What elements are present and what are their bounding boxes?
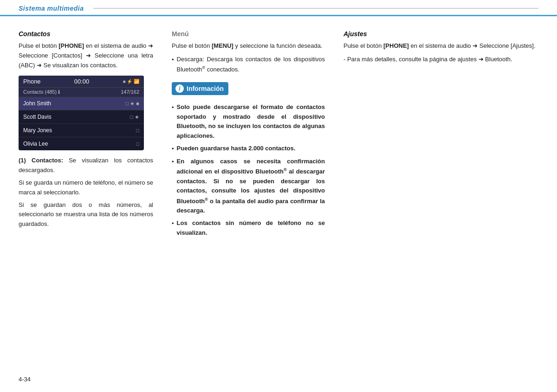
info-text-4: Los contactos sin número de teléfono no … — [177, 218, 325, 238]
phone-contacts-header: Contacts (485) ℹ 147/162 — [19, 87, 144, 96]
info-dot-3: • — [172, 157, 174, 216]
contact-name-2: Scott Davis — [23, 114, 52, 120]
header-divider — [93, 8, 539, 9]
info-text-3: En algunos casos se necesita confirmació… — [177, 157, 325, 216]
phone-contacts-count: 147/162 — [121, 89, 139, 95]
contactos-intro: Pulse el botón [PHONE] en el sistema de … — [19, 41, 153, 70]
note-2: Si se guarda un número de teléfono, el n… — [19, 178, 153, 198]
contactos-title: Contactos — [19, 30, 153, 38]
info-text-1: Solo puede descargarse el formato de con… — [177, 103, 325, 141]
ajustes-title: Ajustes — [343, 30, 538, 38]
menu-bullet-1: • Descarga: Descarga los contactos de lo… — [172, 55, 325, 75]
info-bullet-1: • Solo puede descargarse el formato de c… — [172, 103, 325, 141]
phone-contact-row-2[interactable]: Scott Davis □ ★ — [19, 110, 144, 123]
info-label: Información — [187, 85, 224, 92]
note-1-prefix: (1) Contactos: — [19, 157, 63, 164]
phone-contact-row-4[interactable]: Olivia Lee □ — [19, 137, 144, 150]
contact-name-4: Olivia Lee — [23, 141, 48, 147]
menu-bullet-text-1: Descarga: Descarga los contactos de los … — [177, 55, 325, 75]
phone-time: 00:00 — [74, 78, 90, 85]
contact-name-1: John Smith — [23, 100, 51, 107]
phone-status-icons: ■ ⚡ 📶 — [123, 79, 139, 84]
phone-title: Phone — [23, 78, 41, 85]
page-header: Sistema multimedia — [0, 0, 557, 16]
info-icon: i — [175, 84, 184, 93]
info-section: i Información • Solo puede descargarse e… — [172, 82, 325, 238]
contact-icons-3: □ — [136, 128, 139, 133]
page-number: 4-34 — [19, 376, 31, 383]
header-title: Sistema multimedia — [19, 5, 84, 12]
info-bullet-4: • Los contactos sin número de teléfono n… — [172, 218, 325, 238]
menu-bullet-list: • Descarga: Descarga los contactos de lo… — [172, 55, 325, 75]
contactos-notes: (1) Contactos: Se visualizan los contact… — [19, 156, 153, 229]
phone-contacts-label: Contacts (485) ℹ — [23, 89, 60, 95]
phone-contact-row-1[interactable]: John Smith □ ★ ■ — [19, 96, 144, 110]
menu-button-label: [MENU] — [212, 42, 233, 49]
phone-ui-mockup: Phone 00:00 ■ ⚡ 📶 Contacts (485) ℹ 147/1… — [19, 76, 144, 150]
menu-intro: Pulse el botón [MENU] y seleccione la fu… — [172, 41, 325, 51]
info-dot-2: • — [172, 144, 174, 154]
contact-icons-4: □ — [136, 141, 139, 147]
contact-icons-2: □ ★ — [130, 114, 139, 120]
main-content: Contactos Pulse el botón [PHONE] en el s… — [0, 16, 557, 250]
info-bullet-3: • En algunos casos se necesita confirmac… — [172, 157, 325, 216]
info-dot-4: • — [172, 219, 174, 238]
middle-column: Menú Pulse el botón [MENU] y seleccione … — [162, 30, 334, 241]
contact-name-3: Mary Jones — [23, 127, 52, 134]
left-column: Contactos Pulse el botón [PHONE] en el s… — [19, 30, 162, 241]
ajustes-intro: Pulse el botón [PHONE] en el sistema de … — [343, 41, 538, 51]
phone-header: Phone 00:00 ■ ⚡ 📶 — [19, 76, 144, 87]
note-3: Si se guardan dos o más números, al sele… — [19, 200, 153, 229]
ajustes-note: - Para más detalles, consulte la página … — [343, 55, 538, 64]
phone-contact-row-3[interactable]: Mary Jones □ — [19, 123, 144, 137]
info-bullet-2: • Pueden guardarse hasta 2.000 contactos… — [172, 144, 325, 154]
bullet-dot-1: • — [172, 55, 174, 75]
phone-button-label: [PHONE] — [58, 42, 84, 49]
info-dot-1: • — [172, 103, 174, 141]
note-1: (1) Contactos: Se visualizan los contact… — [19, 156, 153, 175]
info-box: i Información — [172, 82, 228, 95]
info-bullet-list: • Solo puede descargarse el formato de c… — [172, 103, 325, 238]
menu-title: Menú — [172, 30, 325, 38]
info-text-2: Pueden guardarse hasta 2.000 contactos. — [177, 144, 296, 154]
ajustes-phone-button: [PHONE] — [383, 42, 409, 49]
right-column: Ajustes Pulse el botón [PHONE] en el sis… — [334, 30, 538, 241]
contact-icons-1: □ ★ ■ — [126, 101, 139, 107]
